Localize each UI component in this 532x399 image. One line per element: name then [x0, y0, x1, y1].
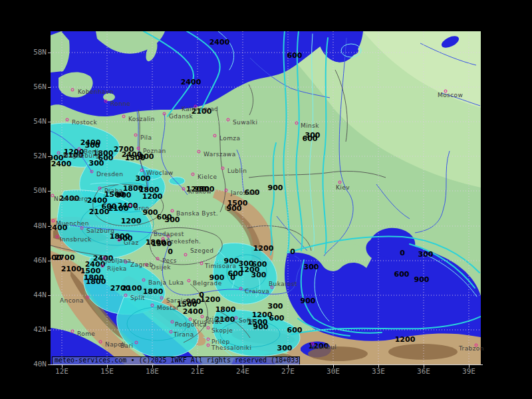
bornholm: [103, 93, 115, 101]
lat-axis-tick: [48, 295, 51, 296]
precip-poland-south: [169, 177, 185, 185]
lat-axis-label: 52N: [0, 152, 47, 160]
lon-axis-label: 33E: [367, 367, 390, 376]
lon-axis-tick: [469, 365, 469, 368]
lon-axis-tick: [198, 365, 198, 368]
lon-axis-tick: [424, 365, 424, 368]
map-svg: [51, 31, 481, 364]
lat-axis-label: 58N: [0, 48, 47, 57]
weather-map-page: 2400600240021009002400120021002400300180…: [0, 0, 532, 399]
lat-axis-label: 40N: [0, 360, 47, 368]
lat-axis-tick: [48, 226, 51, 227]
weather-map-canvas: [51, 31, 481, 364]
lat-axis-label: 44N: [0, 291, 47, 299]
lat-axis-label: 46N: [0, 256, 47, 265]
lon-axis-tick: [152, 365, 153, 368]
lat-axis-tick: [48, 53, 51, 53]
lat-axis-label: 54N: [0, 117, 47, 126]
lat-axis-tick: [48, 330, 51, 331]
lon-axis-tick: [333, 365, 334, 368]
x-axis-line: [48, 364, 483, 365]
lon-axis-label: 12E: [51, 367, 73, 376]
lon-axis-tick: [243, 365, 243, 368]
lon-axis-label: 18E: [141, 367, 164, 376]
lat-axis-tick: [48, 122, 51, 122]
lon-axis-label: 15E: [96, 367, 118, 376]
lat-axis-tick: [48, 156, 51, 157]
lon-axis-tick: [288, 365, 289, 368]
lon-axis-label: 27E: [277, 367, 299, 376]
lon-axis-label: 24E: [231, 367, 254, 376]
lon-axis-tick: [62, 365, 63, 368]
lon-axis-tick: [107, 365, 108, 368]
lon-axis-label: 39E: [458, 367, 480, 376]
lat-axis-label: 42N: [0, 325, 47, 334]
precip-poland-west: [138, 169, 162, 180]
lat-axis-label: 48N: [0, 221, 47, 230]
lat-axis-tick: [48, 87, 51, 88]
lon-axis-label: 36E: [412, 367, 435, 376]
pontic-mountains: [308, 346, 368, 361]
lat-axis-tick: [48, 191, 51, 192]
lon-axis-label: 30E: [322, 367, 344, 376]
lon-axis-label: 21E: [186, 367, 209, 376]
lon-axis-tick: [378, 365, 379, 368]
lat-axis-tick: [48, 261, 51, 261]
lat-axis-label: 56N: [0, 82, 47, 91]
pontic-mountains-east: [388, 344, 458, 360]
lat-axis-label: 50N: [0, 186, 47, 195]
lat-axis-tick: [48, 364, 51, 365]
